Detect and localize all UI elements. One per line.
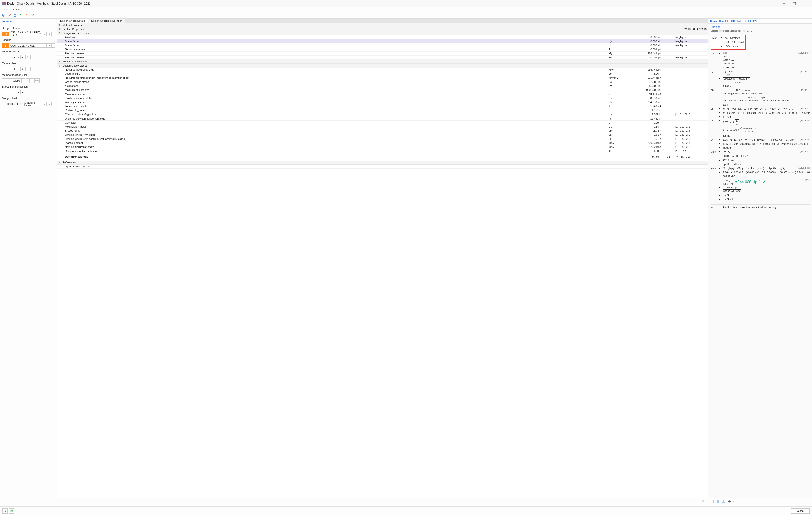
member-set-label: Member Set No. [2, 50, 55, 53]
group-material-properties[interactable]: ⊞Material Properties [57, 23, 708, 27]
table-row[interactable]: Modulus of elasticityE29000.000 ksi [57, 88, 708, 92]
tool-check2-icon[interactable] [24, 13, 29, 18]
tool-result-icon[interactable] [30, 13, 35, 18]
sp-prev-button[interactable]: ◂ [17, 90, 21, 94]
window-title: Design Check Details | Members | Steel D… [7, 2, 779, 5]
expand-icon: ⊞ [59, 60, 62, 63]
close-window-button[interactable] [800, 0, 810, 7]
group-references[interactable]: ⊟References [57, 160, 708, 164]
table-row[interactable]: Axial forceP0.000 kipNegligible [57, 35, 708, 39]
design-check-select[interactable]: Chapter F | Lateral-to...⌄ [23, 102, 47, 106]
check-ok-icon: ✔ [762, 179, 766, 184]
rt-btn-1[interactable] [709, 499, 715, 504]
main-toolbar [0, 12, 812, 19]
rt-print-button[interactable] [727, 499, 732, 504]
chevron-down-icon: ⌄ [44, 103, 45, 105]
check-ok-icon: ✔ [676, 155, 678, 158]
design-situation-select[interactable]: DS2 - Section 2.3 (LRFD), 1. to 5.⌄ [9, 32, 47, 36]
table-row[interactable]: Flexural momentMz0.00 kipftNegligible [57, 56, 708, 60]
loading-select[interactable]: CO6 - 1.20D + 1.60L⌄ [9, 43, 47, 48]
table-row[interactable]: Yield stressFy50.000 ksi [57, 84, 708, 88]
table-row[interactable]: Elastic section modulusSy88.900 in3 [57, 96, 708, 100]
table-row[interactable]: Warping constantCw3040.00 in6 [57, 100, 708, 104]
table-row[interactable]: Torsional momentT0.00 kipft [57, 48, 708, 52]
tool-section-icon[interactable] [12, 13, 18, 18]
loc-toggle-button[interactable]: x/x₀ [34, 79, 39, 83]
maximize-button[interactable] [789, 0, 800, 7]
mn-pick-button[interactable] [25, 67, 31, 71]
mid-panel: Design Check Details Design Checks in Lo… [57, 19, 708, 505]
expand-icon: ⊞ [59, 24, 62, 26]
table-row[interactable]: Limiting length for inelastic lateral-to… [57, 137, 708, 141]
table-row[interactable]: Load amplifierαcr2.06 -- [57, 72, 708, 76]
menu-view[interactable]: View [1, 8, 11, 11]
mn-next-button[interactable]: ▸ [21, 67, 25, 71]
table-row[interactable]: Radius of gyrationrz1.650 in [57, 108, 708, 112]
mn-prev-button[interactable]: ◂ [17, 67, 21, 71]
ms-prev-button[interactable]: ◂ [17, 55, 21, 59]
loc-next-button[interactable]: ▸ [30, 79, 34, 83]
table-row[interactable]: Flexural momentMy266.44 kipft [57, 52, 708, 56]
tool-check1-icon[interactable] [18, 13, 23, 18]
table-row[interactable]: Required flexural strengthMr,y266.44 kip… [57, 68, 708, 72]
ds-next-button[interactable]: ▸ [51, 32, 55, 36]
mid-export-button[interactable] [701, 499, 706, 504]
rt-btn-3[interactable] [721, 499, 726, 504]
table-row[interactable]: Plastic momentMp,y420.83 kipft[1], Eq. F… [57, 141, 708, 145]
tool-pointer-icon[interactable] [1, 13, 6, 18]
rt-print-dropdown[interactable]: ▾ [732, 499, 735, 504]
menu-options[interactable]: Options [11, 8, 24, 11]
sp-next-button[interactable]: ▸ [21, 90, 25, 94]
details-tree[interactable]: ⊞Material Properties ⊞Section Properties… [57, 23, 708, 497]
tab-details[interactable]: Design Check Details [57, 19, 88, 23]
table-row[interactable]: Modification factorCb1.14 --[1], Eq. F1-… [57, 125, 708, 129]
member-set-field[interactable]: -- - [2, 55, 16, 59]
dc-code: FF4100 [2, 102, 11, 105]
stress-point-field[interactable]: -- - [2, 90, 16, 94]
table-row[interactable]: Resistance factor for flexureΦb0.90 --[1… [57, 149, 708, 153]
group-design-check-values[interactable]: ⊟Design Check Values [57, 64, 708, 68]
table-row[interactable]: Critical elastic stressFcr73.982 ksi [57, 80, 708, 84]
minimize-button[interactable] [779, 0, 789, 7]
group-design-internal-forces[interactable]: ⊟Design Internal Forces [57, 31, 708, 35]
dc-prev-button[interactable]: ◂ [47, 102, 51, 106]
ms-next-button[interactable]: ▸ [21, 55, 25, 59]
group-section-classification[interactable]: ⊞Section Classification [57, 60, 708, 64]
member-no-label: Member No. [2, 62, 55, 65]
member-loc-label: Member location x [ft] [2, 73, 55, 76]
table-row[interactable]: Limiting length for yieldingLp5.83 ft[1]… [57, 133, 708, 137]
loc-chev-button[interactable]: ⌄ [22, 79, 25, 83]
highlighted-mcr-box: Mcr=αcr · Mr,y,max =2.06 · 266.44 kipft … [710, 35, 746, 50]
table-row[interactable]: Braced lengthLb11.76 ft[1], Eq. F2-4 [57, 129, 708, 133]
svg-rect-17 [728, 501, 731, 502]
tab-checks-in-location[interactable]: Design Checks in Location [88, 19, 125, 23]
group-section-properties[interactable]: ⊞Section PropertiesW 18x50 | AISC 16 [57, 27, 708, 31]
table-row[interactable]: Shear forceVy0.000 kipNegligible [57, 39, 708, 43]
loading-label: Loading [2, 38, 55, 41]
formula-area[interactable]: Chapter F Lateral-torsional buckling acc… [708, 24, 812, 497]
dc-next-button[interactable]: ▸ [51, 102, 55, 106]
ds-prev-button[interactable]: ◂ [47, 32, 51, 36]
loading-prev-button[interactable]: ◂ [47, 43, 51, 48]
table-row[interactable]: Coefficientc1.00 -- [57, 121, 708, 125]
table-row[interactable]: Required flexural strength (maximum on m… [57, 76, 708, 80]
member-no-field[interactable]: 1 [2, 67, 16, 71]
tool-member-icon[interactable] [7, 13, 12, 18]
ms-pick-button[interactable] [25, 55, 31, 59]
table-row[interactable]: Shear forceVz0.000 kipNegligible [57, 43, 708, 48]
stress-point-label: Stress point of section [2, 85, 55, 88]
member-loc-field[interactable]: 17.50 [2, 79, 21, 83]
table-row[interactable]: Distance between flange centroidsh₀17.43… [57, 116, 708, 121]
table-row[interactable]: Nominal flexural strengthMn,y382.32 kipf… [57, 145, 708, 149]
table-row[interactable]: Torsional constantJ1.240 in4 [57, 104, 708, 108]
svg-rect-15 [722, 500, 723, 503]
chevron-down-icon: ⌄ [44, 33, 45, 35]
table-row[interactable]: Moment of inertiaIz40.100 in4 [57, 92, 708, 96]
rt-btn-2[interactable] [715, 499, 721, 504]
expand-icon: ⊞ [59, 28, 62, 30]
loading-next-button[interactable]: ▸ [51, 43, 55, 48]
table-row[interactable]: Effective radius of gyrationrts1.982 in[… [57, 112, 708, 116]
ratio-row[interactable]: Design check ratio η 0.774 -- ≤ 1 ✔ [1],… [57, 155, 708, 159]
loc-prev-button[interactable]: ◂ [26, 79, 30, 83]
check-ok-icon: ✔ [19, 102, 22, 106]
